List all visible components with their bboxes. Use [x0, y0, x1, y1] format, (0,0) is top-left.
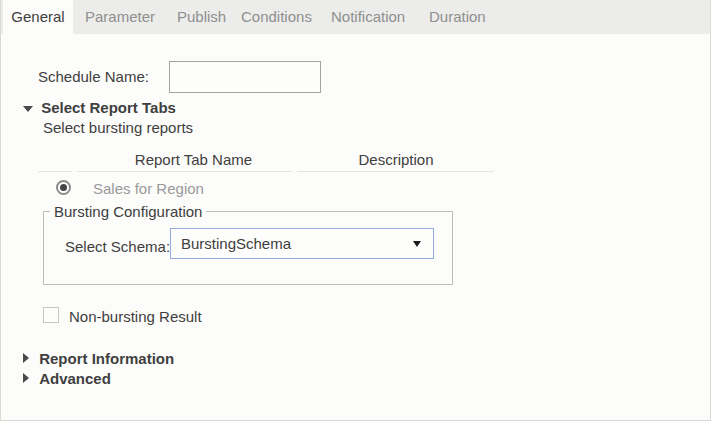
tab-bar: General Parameter Publish Conditions Not… — [1, 0, 710, 34]
report-information-label: Report Information — [39, 350, 174, 367]
schedule-name-label: Schedule Name: — [38, 68, 149, 85]
report-tab-radio[interactable] — [56, 180, 71, 195]
tab-duration[interactable]: Duration — [429, 0, 486, 34]
non-bursting-checkbox[interactable] — [43, 307, 59, 323]
triangle-down-icon — [23, 106, 33, 112]
schema-select[interactable]: BurstingSchema — [170, 228, 434, 259]
header-divider — [38, 171, 72, 172]
column-header-description: Description — [301, 151, 491, 168]
bursting-configuration-group: Bursting Configuration Select Schema: Bu… — [43, 203, 453, 285]
bursting-configuration-legend: Bursting Configuration — [50, 203, 206, 220]
schema-select-value: BurstingSchema — [181, 235, 291, 252]
select-report-tabs-section[interactable]: Select Report Tabs — [23, 99, 176, 116]
tab-general[interactable]: General — [3, 0, 73, 34]
report-information-section[interactable]: Report Information — [23, 350, 174, 367]
schedule-name-input[interactable] — [169, 61, 321, 93]
tab-conditions[interactable]: Conditions — [241, 0, 312, 34]
tab-parameter[interactable]: Parameter — [85, 0, 155, 34]
caret-down-icon — [413, 241, 421, 247]
schedule-dialog: General Parameter Publish Conditions Not… — [0, 0, 711, 421]
select-bursting-reports-text: Select bursting reports — [43, 119, 193, 136]
tab-notification[interactable]: Notification — [331, 0, 405, 34]
triangle-right-icon — [23, 353, 29, 363]
select-schema-label: Select Schema: — [65, 238, 170, 255]
report-tab-name-cell: Sales for Region — [93, 180, 204, 197]
column-header-report-tab-name: Report Tab Name — [91, 151, 296, 168]
advanced-label: Advanced — [39, 370, 111, 387]
select-report-tabs-label: Select Report Tabs — [41, 99, 176, 116]
non-bursting-label: Non-bursting Result — [69, 308, 202, 325]
radio-selected-dot — [60, 184, 67, 191]
header-divider — [297, 171, 494, 172]
tab-publish[interactable]: Publish — [177, 0, 226, 34]
header-divider — [77, 171, 292, 172]
triangle-right-icon — [23, 373, 29, 383]
advanced-section[interactable]: Advanced — [23, 370, 111, 387]
